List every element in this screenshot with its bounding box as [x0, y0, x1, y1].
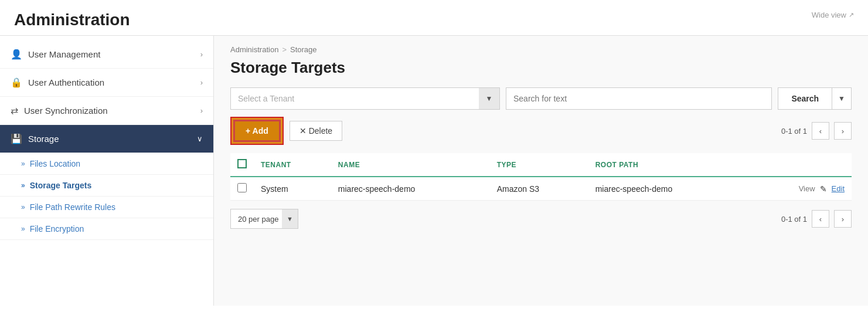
wide-view-button[interactable]: Wide view ↗ — [812, 11, 854, 19]
user-authentication-icon: 🔒 — [11, 77, 22, 88]
view-link[interactable]: View — [799, 184, 815, 193]
sidebar-item-user-authentication[interactable]: 🔒 User Authentication › — [0, 69, 213, 97]
bottom-pagination: 0-1 of 1 ‹ › — [781, 210, 852, 228]
action-row: + Add ✕ Delete 0-1 of 1 ‹ › — [230, 117, 852, 145]
add-button-highlight: + Add — [230, 117, 284, 145]
sidebar-subitems: » Files Location » Storage Targets » Fil… — [0, 153, 213, 240]
breadcrumb: Administration > Storage — [230, 45, 852, 54]
subitem-arrow-files-location: » — [21, 160, 25, 168]
sidebar-item-storage[interactable]: 💾 Storage ∨ — [0, 125, 213, 153]
top-pagination: 0-1 of 1 ‹ › — [781, 122, 852, 140]
storage-icon: 💾 — [11, 133, 22, 144]
per-page-arrow-icon[interactable]: ▼ — [282, 209, 298, 229]
col-type: TYPE — [490, 153, 588, 177]
per-page-wrapper: 20 per page ▼ — [230, 209, 298, 229]
page-title: Storage Targets — [230, 59, 852, 77]
row-checkbox-cell — [230, 177, 254, 201]
header-checkbox[interactable] — [237, 159, 247, 168]
table-row: System miarec-speech-demo Amazon S3 miar… — [230, 177, 852, 201]
row-checkbox[interactable] — [237, 183, 247, 192]
row-tenant: System — [254, 177, 331, 201]
bottom-toolbar: 20 per page ▼ 0-1 of 1 ‹ › — [230, 209, 852, 229]
row-name: miarec-speech-demo — [331, 177, 490, 201]
subitem-arrow-file-path-rewrite-rules: » — [21, 203, 25, 211]
search-button-dropdown[interactable]: ▼ — [832, 87, 852, 110]
user-synchronization-icon: ⇄ — [11, 105, 18, 116]
prev-page-button[interactable]: ‹ — [812, 122, 829, 140]
subitem-arrow-file-encryption: » — [21, 225, 25, 233]
tenant-select-arrow-icon[interactable]: ▼ — [479, 87, 500, 110]
tenant-select[interactable]: Select a Tenant — [230, 87, 500, 110]
sidebar-item-user-management[interactable]: 👤 User Management › — [0, 40, 213, 69]
user-management-icon: 👤 — [11, 49, 22, 60]
col-actions — [747, 153, 852, 177]
sidebar-subitem-file-path-rewrite-rules[interactable]: » File Path Rewrite Rules — [0, 197, 213, 218]
sidebar-item-label-storage: Storage — [28, 134, 59, 144]
sidebar-item-label-user-authentication: User Authentication — [28, 77, 104, 87]
main-content: Administration > Storage Storage Targets… — [214, 36, 868, 306]
sidebar-subitem-file-encryption[interactable]: » File Encryption — [0, 218, 213, 240]
sidebar-subitem-label-storage-targets: Storage Targets — [30, 181, 92, 190]
sidebar-subitem-files-location[interactable]: » Files Location — [0, 153, 213, 175]
next-page-button[interactable]: › — [834, 122, 852, 140]
col-name: NAME — [331, 153, 490, 177]
wide-view-arrow-icon: ↗ — [849, 11, 854, 19]
sidebar-subitem-label-file-encryption: File Encryption — [30, 224, 84, 234]
edit-link[interactable]: Edit — [832, 184, 845, 193]
edit-icon: ✎ — [820, 184, 827, 194]
sidebar: 👤 User Management › 🔒 User Authenticatio… — [0, 36, 214, 306]
search-btn-group: Search ▼ — [778, 87, 852, 110]
row-actions-cell: View ✎ Edit — [747, 177, 852, 201]
delete-button[interactable]: ✕ Delete — [290, 121, 342, 141]
col-tenant: TENANT — [254, 153, 331, 177]
page-heading: Administration — [14, 11, 130, 29]
chevron-icon-storage: ∨ — [197, 134, 203, 143]
add-button[interactable]: + Add — [233, 120, 281, 142]
top-pagination-info: 0-1 of 1 — [781, 127, 807, 136]
toolbar-row: Select a Tenant ▼ Search ▼ — [230, 87, 852, 110]
wide-view-label: Wide view — [812, 11, 846, 19]
chevron-icon-user-synchronization: › — [200, 106, 203, 115]
tenant-select-wrapper: Select a Tenant ▼ — [230, 87, 500, 110]
row-actions: View ✎ Edit — [754, 184, 845, 194]
main-layout: 👤 User Management › 🔒 User Authenticatio… — [0, 36, 868, 306]
sidebar-item-label-user-synchronization: User Synchronization — [24, 106, 108, 116]
sidebar-item-user-synchronization[interactable]: ⇄ User Synchronization › — [0, 97, 213, 125]
chevron-icon-user-authentication: › — [200, 78, 203, 87]
breadcrumb-separator: > — [282, 45, 287, 54]
search-input[interactable] — [506, 87, 772, 110]
bottom-next-page-button[interactable]: › — [834, 210, 852, 228]
row-root-path: miarec-speech-demo — [588, 177, 747, 201]
sidebar-subitem-label-files-location: Files Location — [30, 159, 80, 168]
col-root-path: ROOT PATH — [588, 153, 747, 177]
table-header-row: TENANT NAME TYPE ROOT PATH — [230, 153, 852, 177]
row-type: Amazon S3 — [490, 177, 588, 201]
breadcrumb-storage: Storage — [290, 45, 317, 54]
sidebar-subitem-storage-targets[interactable]: » Storage Targets — [0, 175, 213, 197]
top-header: Administration Wide view ↗ — [0, 0, 868, 36]
col-checkbox — [230, 153, 254, 177]
breadcrumb-administration[interactable]: Administration — [230, 45, 278, 54]
sidebar-item-label-user-management: User Management — [28, 49, 100, 59]
bottom-pagination-info: 0-1 of 1 — [781, 215, 807, 224]
storage-targets-table: TENANT NAME TYPE ROOT PATH System miarec… — [230, 153, 852, 201]
search-button[interactable]: Search — [778, 87, 832, 110]
bottom-prev-page-button[interactable]: ‹ — [812, 210, 829, 228]
sidebar-subitem-label-file-path-rewrite-rules: File Path Rewrite Rules — [30, 202, 115, 212]
subitem-arrow-storage-targets: » — [21, 181, 25, 190]
chevron-icon-user-management: › — [200, 50, 203, 59]
